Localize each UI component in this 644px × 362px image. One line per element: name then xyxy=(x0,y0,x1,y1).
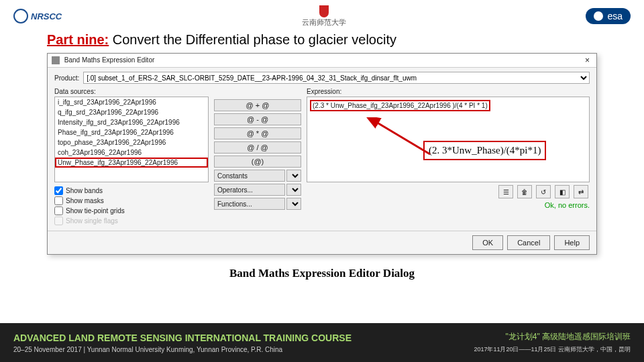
logo-university: 云南师范大学 xyxy=(302,5,346,27)
op-div-button[interactable]: @ / @ xyxy=(214,141,301,154)
footer-course-sub-cn: 2017年11月20日——11月25日 云南师范大学，中国，昆明 xyxy=(474,345,631,354)
operators-column: @ + @ @ - @ @ * @ @ / @ (@) Constants Op… xyxy=(214,88,301,225)
show-options: Show bands Show masks Show tie-point gri… xyxy=(54,186,209,225)
show-flags-label: Show single flags xyxy=(66,217,118,225)
close-button[interactable]: × xyxy=(582,56,592,65)
slide-title: Part nine: Convert the Differential phas… xyxy=(0,32,644,48)
show-grids-label: Show tie-point grids xyxy=(66,207,125,215)
logo-esa: esa xyxy=(586,8,631,24)
constants-select[interactable]: Constants xyxy=(214,170,301,182)
logo-esa-text: esa xyxy=(607,11,623,21)
list-item-selected[interactable]: Unw_Phase_ifg_23Apr1996_22Apr1996 xyxy=(55,158,208,168)
operators-label: Operators... xyxy=(214,184,285,196)
operators-select[interactable]: Operators... xyxy=(214,184,301,196)
show-bands-label: Show bands xyxy=(66,187,103,194)
footer-course-title-cn: "龙计划4" 高级陆地遥感国际培训班 xyxy=(474,331,631,343)
figure-caption: Band Maths Expression Editor Dialog xyxy=(0,267,644,280)
show-masks-label: Show masks xyxy=(66,197,104,204)
op-sub-button[interactable]: @ - @ xyxy=(214,113,301,125)
band-maths-dialog: Band Maths Expression Editor × Product: … xyxy=(47,53,597,255)
shield-icon xyxy=(319,5,329,17)
footer-right: "龙计划4" 高级陆地遥感国际培训班 2017年11月20日——11月25日 云… xyxy=(474,331,631,354)
constants-label: Constants xyxy=(214,170,285,182)
expression-value: (2.3 * Unw_Phase_ifg_23Apr1996_22Apr1996… xyxy=(310,100,490,111)
list-item[interactable]: Phase_ifg_srd_23Apr1996_22Apr1996 xyxy=(55,127,208,137)
swap-icon[interactable]: ⇄ xyxy=(574,185,588,198)
trash-icon[interactable]: 🗑 xyxy=(517,185,532,198)
list-item[interactable]: Intensity_ifg_srd_23Apr1996_22Apr1996 xyxy=(55,117,208,127)
dialog-footer: OK Cancel Help xyxy=(48,231,596,254)
data-sources-list[interactable]: i_ifg_srd_23Apr1996_22Apr1996 q_ifg_srd_… xyxy=(54,97,209,182)
product-row: Product: [.0] subset_1_of_ERS-2_SAR_SLC-… xyxy=(54,72,590,84)
planet-icon xyxy=(594,11,603,21)
list-item[interactable]: q_ifg_srd_23Apr1996_22Apr1996 xyxy=(55,107,208,117)
show-bands-check[interactable]: Show bands xyxy=(54,186,209,195)
logo-university-text: 云南师范大学 xyxy=(302,17,346,27)
functions-select[interactable]: Functions... xyxy=(214,198,301,210)
footer-left: ADVANCED LAND REMOTE SENSING INTERNATION… xyxy=(13,333,352,353)
title-rest: Convert the Differential phase to glacie… xyxy=(109,32,396,47)
list-item[interactable]: topo_phase_23Apr1996_22Apr1996 xyxy=(55,137,208,147)
dialog-title-label: Band Maths Expression Editor xyxy=(64,56,155,64)
history-icon[interactable]: ☰ xyxy=(498,185,513,198)
product-select[interactable]: [.0] subset_1_of_ERS-2_SAR_SLC-ORBIT_525… xyxy=(83,72,590,84)
formula-annotation: (2. 3*Unw_Phase)/(4*pi*1) xyxy=(423,141,546,160)
expression-toolbar: ☰ 🗑 ↺ ◧ ⇄ xyxy=(307,185,590,198)
list-item[interactable]: i_ifg_srd_23Apr1996_22Apr1996 xyxy=(55,97,208,107)
expression-label: Expression: xyxy=(307,88,590,95)
ok-button[interactable]: OK xyxy=(472,235,503,250)
show-flags-check[interactable]: Show single flags xyxy=(54,217,209,225)
title-part: Part nine: xyxy=(47,32,109,47)
undo-icon[interactable]: ↺ xyxy=(536,185,551,198)
data-sources-label: Data sources: xyxy=(54,88,209,95)
globe-icon xyxy=(13,9,28,23)
select-icon[interactable]: ◧ xyxy=(555,185,570,198)
product-label: Product: xyxy=(54,74,79,82)
logo-nrscc-text: NRSCC xyxy=(31,11,62,21)
status-text: Ok, no errors. xyxy=(545,201,590,209)
footer-course-title: ADVANCED LAND REMOTE SENSING INTERNATION… xyxy=(13,333,352,343)
logo-nrscc: NRSCC xyxy=(13,9,62,23)
dialog-title-text: Band Maths Expression Editor xyxy=(52,56,154,64)
op-mul-button[interactable]: @ * @ xyxy=(214,127,301,139)
cancel-button[interactable]: Cancel xyxy=(507,235,550,250)
data-sources-column: Data sources: i_ifg_srd_23Apr1996_22Apr1… xyxy=(54,88,209,225)
show-masks-check[interactable]: Show masks xyxy=(54,196,209,205)
expression-textarea[interactable]: (2.3 * Unw_Phase_ifg_23Apr1996_22Apr1996… xyxy=(307,97,590,182)
op-paren-button[interactable]: (@) xyxy=(214,156,301,168)
footer-course-sub: 20–25 November 2017 | Yunnan Normal Univ… xyxy=(13,346,352,353)
dialog-titlebar: Band Maths Expression Editor × xyxy=(48,54,596,68)
op-add-button[interactable]: @ + @ xyxy=(214,99,301,111)
list-item[interactable]: coh_23Apr1996_22Apr1996 xyxy=(55,147,208,158)
show-grids-check[interactable]: Show tie-point grids xyxy=(54,206,209,215)
help-button[interactable]: Help xyxy=(554,235,590,250)
page-footer: ADVANCED LAND REMOTE SENSING INTERNATION… xyxy=(0,323,644,362)
app-icon xyxy=(52,56,60,64)
functions-label: Functions... xyxy=(214,198,285,210)
page-header: NRSCC 云南师范大学 esa xyxy=(0,0,644,32)
